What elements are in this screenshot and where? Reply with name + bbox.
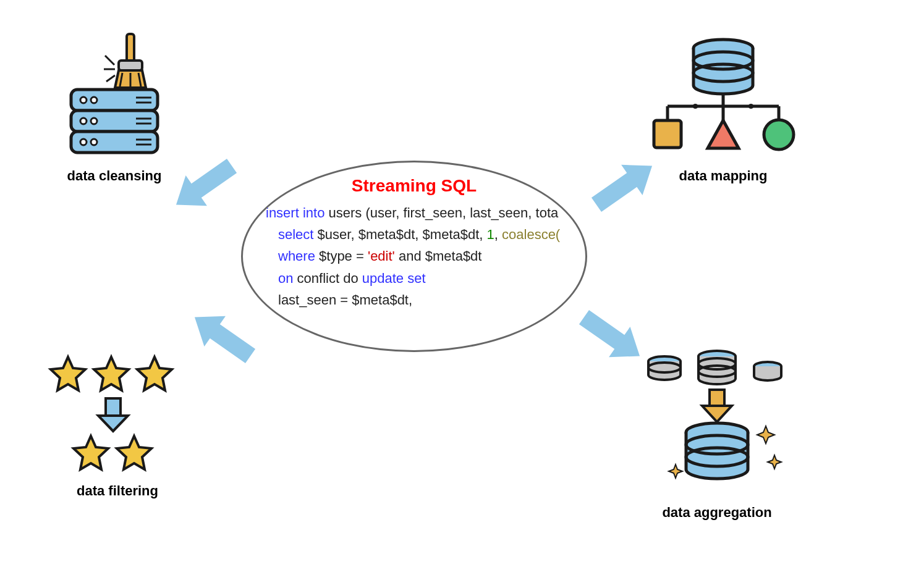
data-mapping-label: data mapping — [637, 168, 810, 184]
svg-marker-49 — [702, 406, 732, 422]
data-cleansing-label: data cleansing — [46, 168, 182, 184]
data-mapping-icon — [643, 37, 804, 161]
svg-rect-5 — [119, 61, 142, 70]
svg-line-9 — [105, 56, 114, 65]
svg-rect-4 — [127, 34, 134, 62]
svg-marker-38 — [708, 120, 739, 148]
data-filtering-label: data filtering — [37, 483, 198, 499]
code-line-3: where $type = 'edit' and $meta$dt — [266, 245, 562, 267]
svg-point-15 — [80, 97, 87, 103]
svg-line-11 — [106, 75, 115, 82]
svg-marker-41 — [98, 416, 128, 431]
node-data-cleansing: data cleansing — [46, 31, 182, 184]
center-ellipse: Streaming SQL insert into users (user, f… — [241, 161, 587, 352]
center-title: Streaming SQL — [352, 176, 477, 196]
svg-point-18 — [91, 118, 97, 124]
data-filtering-icon — [46, 352, 189, 476]
svg-point-17 — [80, 118, 87, 124]
code-line-1: insert into users (user, first_seen, las… — [266, 202, 562, 224]
code-line-4: on conflict do update set — [266, 267, 562, 289]
code-line-2: select $user, $meta$dt, $meta$dt, 1, coa… — [266, 224, 562, 245]
node-data-mapping: data mapping — [637, 37, 810, 184]
svg-rect-40 — [106, 398, 121, 416]
data-cleansing-icon — [62, 31, 167, 161]
node-data-filtering: data filtering — [37, 352, 198, 499]
svg-rect-48 — [710, 390, 724, 406]
svg-point-36 — [748, 104, 753, 109]
svg-point-19 — [80, 139, 87, 145]
svg-rect-37 — [654, 120, 681, 148]
svg-point-16 — [91, 97, 97, 103]
node-data-aggregation: data aggregation — [624, 349, 810, 521]
data-aggregation-label: data aggregation — [624, 505, 810, 521]
code-line-5: last_seen = $meta$dt, — [266, 289, 562, 311]
svg-point-39 — [764, 120, 794, 149]
svg-point-20 — [91, 139, 97, 145]
svg-point-35 — [693, 104, 698, 109]
data-aggregation-icon — [630, 349, 804, 497]
